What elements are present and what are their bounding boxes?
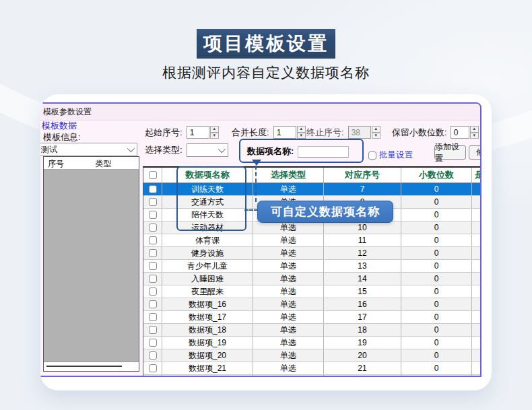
table-row[interactable]: 数据项_21单选210 (143, 362, 481, 375)
decimals-spinner[interactable]: ▲▼ (470, 126, 479, 139)
row-checkbox[interactable] (149, 351, 157, 360)
cell-type: 单选 (253, 221, 324, 234)
select-type-dropdown[interactable] (187, 143, 228, 157)
end-no-group: 终止序号: 38 ▲▼ (306, 126, 380, 139)
cell-type: 单选 (253, 337, 324, 349)
table-row[interactable]: 健身设施单选120 (143, 247, 481, 260)
template-info-label: 模板信息: (43, 131, 81, 143)
page: 项目模板设置 根据测评内容自定义数据项名称 模板参数设置 模板数据 模板信息: … (0, 0, 532, 410)
template-select-value: 测试 (41, 144, 57, 156)
spinner-up-icon[interactable]: ▲ (470, 126, 479, 133)
cell-extra (472, 362, 481, 374)
cell-name: 数据项_19 (162, 337, 253, 349)
spinner-up-icon[interactable]: ▲ (210, 126, 219, 133)
start-no-input[interactable]: 1 (187, 126, 209, 139)
cell-serial: 18 (324, 324, 401, 336)
cell-serial: 11 (324, 234, 401, 246)
add-settings-button[interactable]: 添加设置 (434, 145, 466, 160)
cell-type: 单选 (253, 298, 324, 310)
table-row[interactable]: 青少年儿童单选130 (143, 260, 481, 273)
cell-name: 青少年儿童 (162, 260, 253, 272)
table-row[interactable]: 数据项_18单选180 (143, 324, 481, 337)
table-row[interactable]: 数据项_19单选190 (143, 337, 481, 349)
row-checkbox-cell (143, 285, 162, 298)
spinner-down-icon[interactable]: ▼ (297, 133, 306, 139)
decimals-input[interactable]: 0 (451, 126, 469, 139)
modify-button[interactable]: 修改 (469, 145, 481, 160)
row-checkbox-cell (143, 349, 162, 362)
cell-decimals: 0 (401, 311, 472, 323)
table-row[interactable]: 数据项_20单选200 (143, 349, 481, 362)
cell-decimals: 0 (401, 260, 472, 272)
decimals-group: 保留小数位数: 0 ▲▼ (392, 126, 479, 139)
scrollbar-thumb[interactable] (46, 366, 122, 367)
row-checkbox[interactable] (149, 198, 157, 206)
chevron-down-icon (127, 145, 135, 152)
row-checkbox[interactable] (149, 211, 157, 219)
cell-decimals: 0 (401, 209, 472, 221)
template-items-list[interactable]: 序号 类型 (43, 156, 139, 372)
row-checkbox[interactable] (149, 287, 157, 296)
list-header-type: 类型 (92, 157, 139, 169)
header-type[interactable]: 选择类型 (253, 168, 324, 182)
cell-serial: 17 (324, 311, 401, 323)
batch-checkbox[interactable] (368, 151, 376, 160)
row-checkbox[interactable] (149, 185, 157, 193)
cell-extra (472, 285, 481, 298)
dialog-titlebar[interactable]: 模板参数设置 (40, 104, 480, 121)
header-extra[interactable]: 是 (472, 168, 481, 182)
cell-name: 数据项_16 (162, 298, 253, 310)
row-checkbox[interactable] (149, 326, 157, 334)
cell-name: 数据项_22 (162, 375, 253, 377)
cell-type: 单选 (253, 183, 324, 195)
select-all-checkbox[interactable] (149, 171, 157, 179)
template-select[interactable]: 测试 (40, 143, 137, 156)
table-row[interactable]: 夜里醒来单选150 (143, 285, 481, 298)
row-checkbox[interactable] (149, 249, 157, 257)
cell-extra (472, 260, 481, 272)
cell-serial: 7 (324, 183, 401, 195)
table-row[interactable]: 数据项_16单选160 (143, 298, 481, 311)
spinner-down-icon: ▼ (372, 133, 380, 139)
spinner-down-icon[interactable]: ▼ (210, 133, 219, 139)
cell-serial: 12 (324, 247, 401, 259)
table-row[interactable]: 体育课单选110 (143, 234, 481, 247)
template-list-body[interactable] (44, 170, 139, 362)
callout-bubble: 可自定义数据项名称 (257, 201, 393, 223)
header-decimals[interactable]: 小数位数 (401, 168, 472, 182)
cell-name: 夜里醒来 (162, 285, 253, 298)
row-checkbox-cell (143, 221, 162, 234)
row-checkbox[interactable] (149, 224, 157, 232)
row-checkbox[interactable] (149, 364, 157, 372)
cell-decimals: 0 (401, 298, 472, 310)
decimals-label: 保留小数位数: (392, 127, 447, 139)
cell-type: 单选 (253, 311, 324, 323)
row-checkbox[interactable] (149, 313, 157, 321)
row-checkbox[interactable] (149, 262, 157, 270)
header-serial[interactable]: 对应序号 (324, 168, 401, 182)
cell-serial: 21 (324, 362, 401, 374)
table-row[interactable]: 数据项_17单选170 (143, 311, 481, 324)
name-column-highlight-box (176, 166, 246, 231)
row-checkbox[interactable] (149, 275, 157, 283)
spinner-up-icon[interactable]: ▲ (297, 126, 306, 133)
template-data-group-label: 模板数据 (42, 120, 77, 132)
row-checkbox[interactable] (149, 339, 157, 347)
table-row[interactable]: 入睡困难单选140 (143, 273, 481, 285)
cell-extra (472, 298, 481, 310)
merge-len-input[interactable]: 1 (273, 126, 296, 139)
cell-type: 单选 (253, 324, 324, 336)
table-row[interactable]: 数据项_22单选220 (143, 375, 481, 377)
cell-decimals: 0 (401, 337, 472, 349)
spinner-down-icon[interactable]: ▼ (470, 133, 479, 139)
merge-len-spinner[interactable]: ▲▼ (297, 126, 306, 139)
cell-type: 单选 (253, 247, 324, 259)
row-checkbox[interactable] (149, 300, 157, 308)
page-title: 项目模板设置 (197, 29, 335, 59)
row-checkbox[interactable] (149, 236, 157, 244)
cell-name: 健身设施 (162, 247, 253, 259)
template-list-scrollbar[interactable] (44, 362, 139, 371)
start-no-spinner[interactable]: ▲▼ (210, 126, 219, 139)
cell-serial: 22 (324, 375, 401, 377)
header-checkbox-cell (143, 168, 162, 182)
